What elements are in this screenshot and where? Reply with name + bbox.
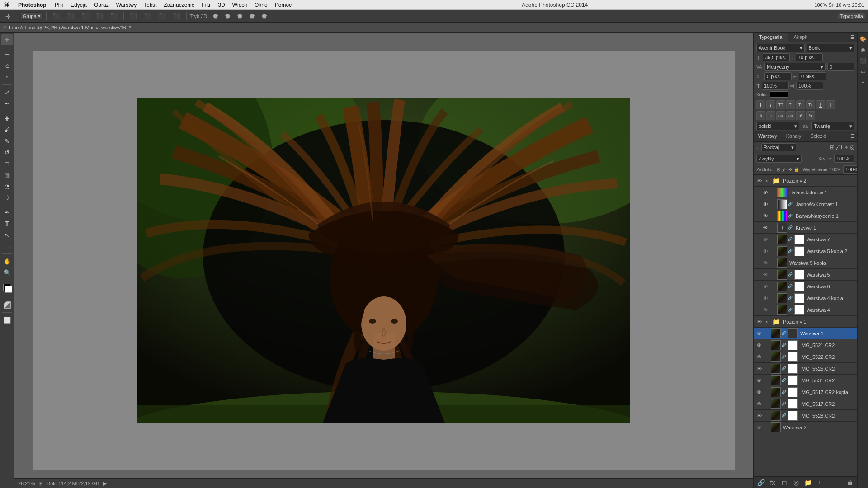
layer-row-warstwa7[interactable]: 👁🔗Warstwa 7: [754, 234, 857, 245]
file-tab-label[interactable]: Fine Art.psd @ 26,2% (Warstwa 1,Maska wa…: [9, 25, 131, 30]
typo-panel-menu[interactable]: ☰: [848, 33, 857, 42]
delete-layer-btn[interactable]: 🗑: [845, 478, 854, 487]
layer-visibility-img5517[interactable]: 👁: [755, 400, 763, 408]
layer-visibility-img5517kopia[interactable]: 👁: [755, 389, 763, 396]
side-icon-3[interactable]: ⬛: [859, 56, 868, 65]
opacity-input[interactable]: [834, 155, 854, 163]
workspace-dropdown[interactable]: Typografia: [838, 13, 865, 20]
layer-row-krzywe[interactable]: 👁∫🔗Krzywe 1: [754, 222, 857, 234]
layer-visibility-poziomy1[interactable]: 👁: [755, 318, 763, 325]
align-btn-4[interactable]: ⬛: [93, 12, 106, 20]
format-frac-1[interactable]: fi: [756, 111, 765, 120]
layer-row-balans1[interactable]: 👁Balans kolorów 1: [754, 187, 857, 198]
layer-visibility-warstwa6[interactable]: 👁: [762, 283, 769, 290]
link-layers-btn[interactable]: 🔗: [756, 478, 765, 487]
layer-visibility-krzywe[interactable]: 👁: [762, 224, 769, 231]
tab-kanaly[interactable]: Kanały: [782, 131, 806, 141]
layer-row-img5531[interactable]: 👁🔗IMG_5531.CR2: [754, 375, 857, 386]
align-btn-9[interactable]: ⬛: [170, 12, 183, 20]
layer-row-img5525[interactable]: 👁🔗IMG_5525.CR2: [754, 363, 857, 375]
align-btn-7[interactable]: ⬛: [142, 12, 154, 20]
layer-visibility-warstwa1[interactable]: 👁: [755, 330, 763, 337]
tab-akapit[interactable]: Akapit: [788, 33, 813, 42]
format-arrow[interactable]: ↔: [766, 111, 775, 120]
menu-item-3d[interactable]: 3D: [214, 1, 228, 9]
add-style-btn[interactable]: fx: [768, 478, 777, 487]
hand-tool[interactable]: ✋: [1, 256, 13, 267]
menu-item-zaznaczenie[interactable]: Zaznaczenie: [160, 1, 198, 9]
filter-icon-2[interactable]: 𝒻: [836, 144, 838, 150]
shape-tool[interactable]: ▭: [1, 241, 13, 252]
add-mask-btn[interactable]: ◻: [780, 478, 789, 487]
layer-visibility-warstwa7[interactable]: 👁: [762, 236, 769, 243]
pen-tool[interactable]: ✒: [1, 207, 13, 218]
history-brush-tool[interactable]: ↺: [1, 147, 13, 158]
3d-btn-3[interactable]: ⬟: [235, 12, 245, 20]
lang-dropdown[interactable]: polski ▾: [756, 122, 799, 130]
layer-visibility-img5521[interactable]: 👁: [755, 342, 763, 349]
menu-item-warstwy[interactable]: Warstwy: [113, 1, 141, 9]
format-frac-2[interactable]: ¼: [806, 111, 815, 120]
eraser-tool[interactable]: ◻: [1, 158, 13, 169]
layers-panel-menu[interactable]: ☰: [848, 131, 857, 141]
blend-mode-dropdown[interactable]: Zwykły ▾: [756, 155, 802, 163]
blur-tool[interactable]: ◔: [1, 181, 13, 192]
align-btn-1[interactable]: ⬛: [50, 12, 62, 20]
antialias-dropdown[interactable]: Twardę ▾: [811, 122, 854, 130]
3d-btn-2[interactable]: ⬟: [222, 12, 233, 20]
layer-row-poziomy1[interactable]: 👁▸📁Poziomy 1: [754, 316, 857, 328]
format-underline[interactable]: T: [816, 100, 825, 109]
healing-brush-tool[interactable]: ✚: [1, 113, 13, 124]
baseline-input[interactable]: [799, 72, 826, 80]
menu-item-tekst[interactable]: Tekst: [140, 1, 160, 9]
tab-typografia[interactable]: Typografia: [754, 33, 788, 42]
layer-visibility-img5528[interactable]: 👁: [755, 412, 763, 419]
layer-visibility-jasnosc[interactable]: 👁: [762, 201, 769, 208]
side-icon-4[interactable]: ▭: [859, 67, 868, 76]
menu-item-edycja[interactable]: Edycja: [67, 1, 90, 9]
filter-icon-4[interactable]: ⌖: [845, 144, 848, 150]
screen-mode-tool[interactable]: ⬜: [1, 314, 13, 325]
magic-wand-tool[interactable]: ⌖: [1, 72, 13, 83]
layer-row-warstwa5kopia2[interactable]: 👁🔗Warstwa 5 kopia 2: [754, 245, 857, 257]
align-btn-6[interactable]: ⬛: [127, 12, 140, 20]
layer-row-warstwa2[interactable]: 👁Warstwa 2: [754, 422, 857, 433]
align-btn-2[interactable]: ⬛: [64, 12, 77, 20]
layer-row-jasnosc[interactable]: 👁🔗Jasność/Kontrast 1: [754, 198, 857, 210]
format-bold[interactable]: T: [756, 100, 765, 109]
filter-icon-3[interactable]: T: [840, 144, 843, 150]
new-adjustment-btn[interactable]: ◎: [792, 478, 801, 487]
font-family-dropdown[interactable]: Avenir Book ▾: [756, 44, 805, 52]
side-icon-2[interactable]: ◉: [859, 45, 868, 54]
format-ord[interactable]: aº: [796, 111, 805, 120]
group-dropdown[interactable]: Grupa ▾: [20, 12, 43, 20]
layer-row-img5517[interactable]: 👁🔗IMG_5517.CR2: [754, 398, 857, 410]
menu-item-obraz[interactable]: Obraz: [90, 1, 113, 9]
layer-row-poziomy2[interactable]: 👁▸📁Poziomy 2: [754, 175, 857, 187]
layer-visibility-img5522[interactable]: 👁: [755, 353, 763, 361]
color-swatch[interactable]: [770, 91, 788, 98]
3d-btn-4[interactable]: ⬟: [247, 12, 257, 20]
align-btn-5[interactable]: ⬛: [108, 12, 120, 20]
layer-row-img5521[interactable]: 👁🔗IMG_5521.CR2: [754, 339, 857, 351]
lock-all[interactable]: 🔒: [794, 166, 799, 173]
side-icon-1[interactable]: 🎨: [859, 34, 868, 43]
menu-item-pomoc[interactable]: Pomoc: [271, 1, 295, 9]
gradient-tool[interactable]: ▦: [1, 169, 13, 180]
format-aa[interactable]: aа: [776, 111, 785, 120]
format-sub[interactable]: T↓: [806, 100, 815, 109]
layer-row-warstwa6[interactable]: 👁🔗Warstwa 6: [754, 281, 857, 292]
menu-photoshop[interactable]: Photoshop: [14, 1, 50, 9]
layer-visibility-warstwa2[interactable]: 👁: [755, 424, 763, 431]
layer-visibility-img5525[interactable]: 👁: [755, 365, 763, 372]
tab-warstwy[interactable]: Warstwy: [754, 131, 782, 141]
scale-h-input[interactable]: [762, 82, 789, 90]
move-tool-btn[interactable]: ✛: [3, 12, 14, 21]
brush-tool[interactable]: 🖌: [1, 124, 13, 135]
lock-transparent[interactable]: ⊠: [777, 166, 780, 173]
kerning-val-input[interactable]: [764, 72, 792, 80]
tab-sciezki[interactable]: Ścieżki: [806, 131, 830, 141]
scale-v-input[interactable]: [796, 82, 823, 90]
layer-visibility-warstwa5kopia2[interactable]: 👁: [762, 248, 769, 255]
path-selection-tool[interactable]: ↖: [1, 230, 13, 240]
